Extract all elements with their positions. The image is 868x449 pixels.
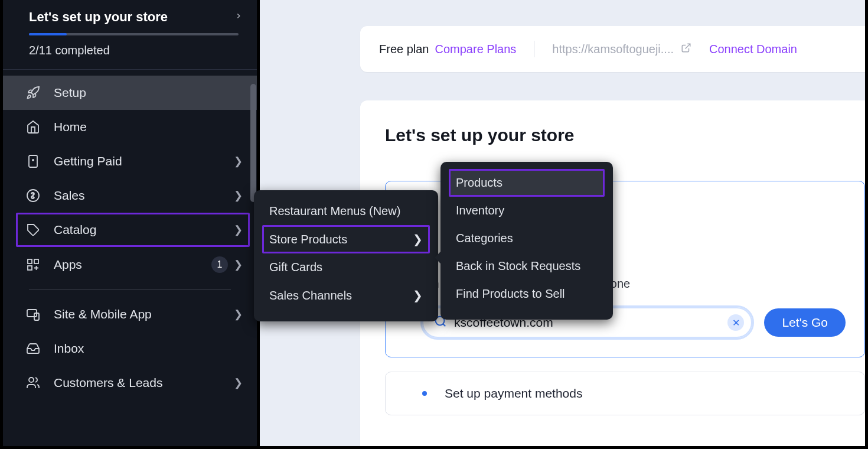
sidebar-item-home[interactable]: Home: [3, 110, 257, 144]
flyout-item-sales-channels[interactable]: Sales Channels ❯: [254, 281, 438, 310]
flyout-item-find-products[interactable]: Find Products to Sell: [440, 280, 613, 308]
panel-heading: Let's set up your store: [385, 125, 865, 145]
phone-money-icon: [25, 154, 41, 169]
clear-icon[interactable]: ✕: [727, 314, 744, 331]
catalog-flyout: Restaurant Menus (New) Store Products ❯ …: [254, 190, 438, 321]
flyout-label: Products: [456, 176, 502, 190]
setup-title: Let's set up your store: [29, 9, 168, 25]
scrollbar[interactable]: [250, 84, 256, 202]
progress-text: 2/11 completed: [29, 44, 243, 57]
sidebar-item-apps[interactable]: Apps 1 ❯: [3, 247, 257, 282]
flyout-label: Categories: [456, 232, 513, 245]
flyout-item-categories[interactable]: Categories: [440, 224, 613, 252]
store-products-flyout: Products Inventory Categories Back in St…: [440, 162, 613, 320]
dollar-circle-icon: [25, 188, 41, 203]
nav: Setup Home Getting Paid ❯ Sales ❯ Catalo…: [3, 70, 257, 400]
rocket-icon: [25, 85, 41, 100]
flyout-item-restaurant-menus[interactable]: Restaurant Menus (New): [254, 197, 438, 225]
top-bar: Free plan Compare Plans https://kamsofto…: [360, 26, 865, 72]
nav-label: Catalog: [54, 223, 234, 237]
svg-line-8: [686, 44, 690, 48]
inbox-icon: [25, 341, 41, 356]
chevron-right-icon: ❯: [234, 155, 243, 168]
progress-bar: [29, 33, 239, 35]
nav-label: Customers & Leads: [54, 376, 234, 390]
chevron-right-icon: ❯: [234, 376, 243, 389]
chevron-right-icon: ❯: [234, 308, 243, 321]
flyout-pointer: [435, 250, 442, 265]
flyout-label: Store Products: [269, 233, 347, 246]
flyout-label: Gift Cards: [269, 261, 322, 274]
svg-point-7: [29, 378, 34, 382]
flyout-item-back-in-stock[interactable]: Back in Stock Requests: [440, 252, 613, 280]
setup-header[interactable]: Let's set up your store 2/11 completed: [3, 0, 257, 70]
bullet-icon: [422, 391, 427, 396]
svg-rect-3: [34, 259, 38, 263]
nav-label: Sales: [54, 188, 234, 203]
nav-label: Setup: [54, 86, 243, 100]
nav-label: Home: [54, 120, 243, 134]
chevron-right-icon: ❯: [234, 258, 243, 271]
chevron-right-icon: ❯: [413, 288, 423, 302]
sidebar-item-inbox[interactable]: Inbox: [3, 331, 257, 366]
chevron-right-icon: [234, 12, 243, 22]
chevron-right-icon: ❯: [234, 189, 243, 202]
chevron-right-icon: ❯: [413, 232, 423, 246]
tag-icon: [25, 222, 41, 237]
flyout-item-inventory[interactable]: Inventory: [440, 197, 613, 224]
flyout-label: Sales Channels: [269, 289, 352, 302]
nav-label: Inbox: [54, 341, 243, 356]
sidebar-item-getting-paid[interactable]: Getting Paid ❯: [3, 144, 257, 178]
sidebar: Let's set up your store 2/11 completed S…: [3, 0, 257, 446]
svg-line-10: [443, 324, 445, 326]
plan-label: Free plan: [379, 43, 429, 56]
flyout-item-products[interactable]: Products: [449, 169, 605, 197]
chevron-right-icon: ❯: [234, 223, 243, 236]
progress-fill: [29, 33, 67, 35]
home-icon: [25, 119, 41, 135]
grid-plus-icon: [25, 257, 41, 272]
svg-rect-4: [28, 266, 32, 270]
divider: [29, 289, 231, 290]
flyout-item-store-products[interactable]: Store Products ❯: [262, 225, 430, 253]
site-url[interactable]: https://kamsoftogueji....: [552, 43, 674, 56]
sidebar-item-setup[interactable]: Setup: [3, 76, 257, 110]
sidebar-item-customers[interactable]: Customers & Leads ❯: [3, 366, 257, 400]
sidebar-item-catalog[interactable]: Catalog ❯: [16, 213, 250, 247]
flyout-label: Restaurant Menus (New): [269, 204, 400, 218]
sidebar-item-site-mobile[interactable]: Site & Mobile App ❯: [3, 297, 257, 331]
sidebar-item-sales[interactable]: Sales ❯: [3, 178, 257, 213]
nav-label: Apps: [54, 258, 211, 272]
nav-label: Site & Mobile App: [54, 307, 234, 321]
external-link-icon[interactable]: [681, 43, 691, 56]
devices-icon: [25, 307, 41, 322]
connect-domain-link[interactable]: Connect Domain: [709, 43, 797, 56]
svg-rect-2: [28, 259, 32, 263]
flyout-label: Find Products to Sell: [456, 287, 565, 301]
nav-label: Getting Paid: [54, 154, 234, 168]
compare-plans-link[interactable]: Compare Plans: [435, 43, 517, 56]
payment-card[interactable]: Set up payment methods: [385, 372, 865, 415]
people-icon: [25, 375, 41, 391]
apps-badge: 1: [211, 256, 228, 273]
payment-label: Set up payment methods: [445, 386, 582, 401]
separator: [534, 41, 534, 57]
flyout-label: Back in Stock Requests: [456, 259, 580, 273]
lets-go-button[interactable]: Let's Go: [764, 308, 846, 337]
flyout-label: Inventory: [456, 204, 504, 217]
flyout-item-gift-cards[interactable]: Gift Cards: [254, 253, 438, 281]
